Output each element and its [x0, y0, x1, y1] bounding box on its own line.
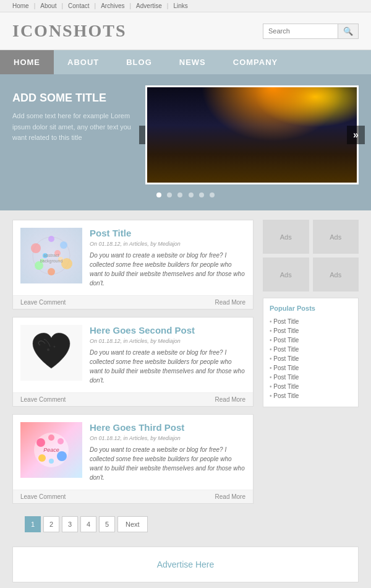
topbar-archives[interactable]: Archives	[101, 2, 124, 9]
popular-post-item[interactable]: Post Title	[270, 354, 352, 363]
ad-box-2[interactable]: Ads	[313, 220, 359, 254]
ad-box-3[interactable]: Ads	[263, 257, 309, 292]
content-area: abstract background Post Title On 01.18.…	[0, 210, 371, 547]
hero-slider: ADD SOME TITLE Add some text here for ex…	[0, 74, 371, 210]
hero-title: ADD SOME TITLE	[12, 92, 136, 105]
post-title[interactable]: Post Title	[90, 228, 245, 238]
page-2-button[interactable]: 2	[43, 516, 59, 532]
leave-comment-link[interactable]: Leave Comment	[20, 396, 66, 403]
main-nav: HOME ABOUT BLOG NEWS COMPANY	[0, 50, 371, 74]
hero-description: Add some text here for example Lorem ips…	[12, 111, 136, 144]
header: ICONSHOTS 🔍	[0, 12, 371, 50]
post-meta: On 01.18.12, in Articles, by Mediajon	[90, 435, 245, 441]
nav-blog[interactable]: BLOG	[113, 50, 166, 74]
svg-point-19	[38, 454, 46, 462]
ads-grid: Ads Ads Ads Ads	[263, 220, 359, 292]
post-title[interactable]: Here Goes Second Post	[90, 325, 245, 335]
popular-post-item[interactable]: Post Title	[270, 317, 352, 326]
svg-point-1	[31, 243, 41, 253]
popular-posts-title: Popular Posts	[270, 305, 352, 312]
post-excerpt: Do you want to create a website or blog …	[90, 348, 245, 385]
advertise-link[interactable]: Advertise Here	[157, 560, 215, 569]
main-column: abstract background Post Title On 01.18.…	[12, 220, 254, 537]
post-thumbnail	[20, 325, 82, 381]
popular-post-item[interactable]: Post Title	[270, 363, 352, 373]
post-meta: On 01.18.12, in Articles, by Mediajon	[90, 338, 245, 344]
nav-news[interactable]: NEWS	[166, 50, 220, 74]
post-card: Peace Here Goes Third Post On 01.18.12, …	[12, 414, 254, 504]
city-background	[147, 87, 357, 183]
post-meta: On 01.18.12, in Articles, by Mediajon	[90, 241, 245, 247]
topbar: Home | About | Contact | Archives | Adve…	[0, 0, 371, 12]
popular-posts-widget: Popular Posts Post Title Post Title Post…	[263, 298, 359, 407]
post-title[interactable]: Here Goes Third Post	[90, 422, 245, 433]
post-footer: Leave Comment Read More	[13, 490, 253, 503]
read-more-link[interactable]: Read More	[215, 299, 245, 306]
hero-image	[145, 85, 359, 184]
hero-text: ADD SOME TITLE Add some text here for ex…	[12, 85, 136, 144]
page-3-button[interactable]: 3	[62, 516, 78, 532]
post-content: Post Title On 01.18.12, in Articles, by …	[90, 228, 245, 288]
svg-text:abstract: abstract	[44, 253, 59, 257]
popular-post-item[interactable]: Post Title	[270, 391, 352, 400]
topbar-contact[interactable]: Contact	[68, 2, 89, 9]
search-button[interactable]: 🔍	[338, 24, 358, 38]
post-card: Here Goes Second Post On 01.18.12, in Ar…	[12, 317, 254, 407]
slider-dot-6[interactable]	[210, 192, 215, 197]
heart-image	[20, 325, 82, 381]
slider-dot-1[interactable]	[156, 192, 161, 197]
nav-company[interactable]: COMPANY	[220, 50, 291, 74]
popular-post-item[interactable]: Post Title	[270, 373, 352, 382]
slider-next-button[interactable]: »	[347, 126, 365, 144]
ad-box-4[interactable]: Ads	[313, 257, 359, 292]
slider-dot-4[interactable]	[189, 192, 194, 197]
svg-point-17	[58, 438, 64, 444]
post-excerpt: Do you want to create a website or blog …	[90, 445, 245, 482]
svg-point-5	[48, 236, 54, 242]
nav-about[interactable]: ABOUT	[54, 50, 113, 74]
topbar-home[interactable]: Home	[12, 2, 29, 9]
post-content: Here Goes Third Post On 01.18.12, in Art…	[90, 422, 245, 482]
post-image-svg: abstract background	[23, 230, 79, 282]
page-next-button[interactable]: Next	[117, 516, 148, 532]
popular-post-item[interactable]: Post Title	[270, 382, 352, 391]
post-image-svg-3: Peace	[23, 424, 79, 477]
read-more-link[interactable]: Read More	[215, 493, 245, 500]
ad-box-1[interactable]: Ads	[263, 220, 309, 254]
topbar-advertise[interactable]: Advertise	[136, 2, 162, 9]
popular-post-item[interactable]: Post Title	[270, 326, 352, 335]
post-content: Here Goes Second Post On 01.18.12, in Ar…	[90, 325, 245, 385]
leave-comment-link[interactable]: Leave Comment	[20, 493, 66, 500]
slider-dots	[12, 191, 359, 204]
post-thumbnail: abstract background	[20, 228, 82, 283]
popular-post-item[interactable]: Post Title	[270, 335, 352, 345]
page-4-button[interactable]: 4	[80, 516, 96, 532]
page-1-button[interactable]: 1	[25, 516, 41, 532]
advertise-bar: Advertise Here	[12, 547, 359, 582]
search-box: 🔍	[263, 24, 359, 39]
popular-post-item[interactable]: Post Title	[270, 345, 352, 354]
svg-point-20	[48, 435, 54, 441]
post-footer: Leave Comment Read More	[13, 295, 253, 309]
popular-posts-list: Post Title Post Title Post Title Post Ti…	[270, 317, 352, 400]
post-card: abstract background Post Title On 01.18.…	[12, 220, 254, 309]
leave-comment-link[interactable]: Leave Comment	[20, 299, 66, 306]
hero-image-container: « »	[145, 85, 359, 184]
slider-dot-3[interactable]	[177, 192, 182, 197]
pagination: 1 2 3 4 5 Next	[12, 511, 254, 537]
page-5-button[interactable]: 5	[99, 516, 115, 532]
post-footer: Leave Comment Read More	[13, 392, 253, 406]
topbar-links[interactable]: Links	[173, 2, 187, 9]
slider-dot-2[interactable]	[167, 192, 172, 197]
svg-point-2	[60, 241, 67, 249]
read-more-link[interactable]: Read More	[215, 396, 245, 403]
topbar-about[interactable]: About	[40, 2, 56, 9]
svg-point-16	[36, 438, 45, 447]
sidebar: Ads Ads Ads Ads Popular Posts Post Title…	[263, 220, 359, 537]
search-input[interactable]	[263, 25, 338, 37]
svg-point-13	[47, 348, 49, 351]
svg-point-21	[49, 459, 54, 464]
slider-dot-5[interactable]	[199, 192, 204, 197]
svg-point-6	[48, 268, 55, 275]
nav-home[interactable]: HOME	[0, 50, 54, 74]
